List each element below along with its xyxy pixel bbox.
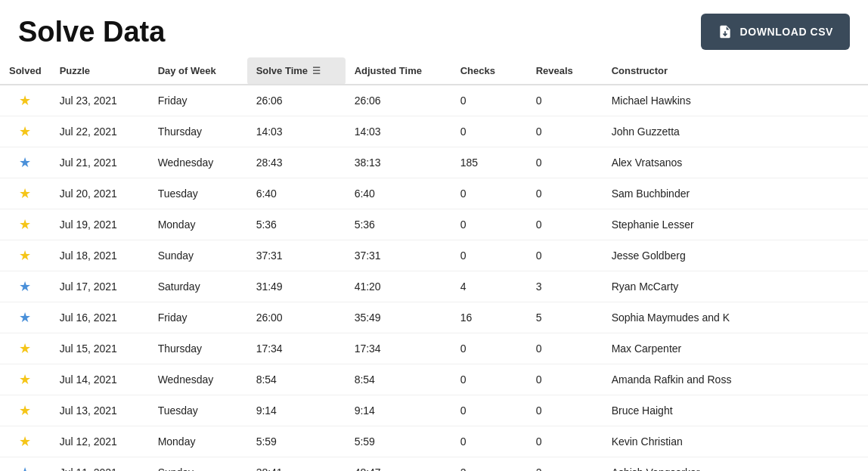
gold-star-icon: ★ — [19, 341, 31, 356]
col-header-constructor: Constructor — [603, 57, 868, 85]
solved-star: ★ — [0, 116, 51, 147]
constructor-name: Jesse Goldberg — [603, 240, 868, 271]
checks-count: 0 — [451, 116, 527, 147]
solved-star: ★ — [0, 240, 51, 271]
puzzle-date: Jul 23, 2021 — [51, 85, 149, 116]
adjusted-time: 37:31 — [346, 240, 451, 271]
solve-time: 5:59 — [247, 426, 346, 457]
puzzle-date: Jul 18, 2021 — [51, 240, 149, 271]
adjusted-time: 48:47 — [346, 457, 451, 472]
checks-count: 4 — [451, 271, 527, 302]
day-of-week: Sunday — [149, 457, 247, 472]
checks-count: 185 — [451, 147, 527, 178]
puzzle-date: Jul 11, 2021 — [51, 457, 149, 472]
reveals-count: 0 — [527, 333, 603, 364]
col-header-solve-time[interactable]: Solve Time ☰ — [247, 57, 346, 85]
solved-star: ★ — [0, 457, 51, 472]
page-title: Solve Data — [18, 16, 165, 48]
download-csv-button[interactable]: DOWNLOAD CSV — [701, 14, 850, 50]
solved-star: ★ — [0, 395, 51, 426]
table-body: ★Jul 23, 2021Friday26:0626:0600Michael H… — [0, 85, 868, 471]
puzzle-date: Jul 14, 2021 — [51, 364, 149, 395]
download-csv-label: DOWNLOAD CSV — [740, 26, 833, 38]
table-row: ★Jul 14, 2021Wednesday8:548:5400Amanda R… — [0, 364, 868, 395]
solved-star: ★ — [0, 209, 51, 240]
constructor-name: Max Carpenter — [603, 333, 868, 364]
day-of-week: Monday — [149, 209, 247, 240]
day-of-week: Friday — [149, 85, 247, 116]
checks-count: 0 — [451, 178, 527, 209]
table-row: ★Jul 22, 2021Thursday14:0314:0300John Gu… — [0, 116, 868, 147]
day-of-week: Wednesday — [149, 364, 247, 395]
adjusted-time: 9:14 — [346, 395, 451, 426]
reveals-count: 5 — [527, 302, 603, 333]
adjusted-time: 8:54 — [346, 364, 451, 395]
solved-star: ★ — [0, 147, 51, 178]
table-row: ★Jul 18, 2021Sunday37:3137:3100Jesse Gol… — [0, 240, 868, 271]
solve-time: 28:43 — [247, 147, 346, 178]
download-icon — [718, 24, 733, 39]
col-header-dow: Day of Week — [149, 57, 247, 85]
reveals-count: 0 — [527, 85, 603, 116]
constructor-name: Ryan McCarty — [603, 271, 868, 302]
puzzle-date: Jul 22, 2021 — [51, 116, 149, 147]
table-row: ★Jul 20, 2021Tuesday6:406:4000Sam Buchbi… — [0, 178, 868, 209]
constructor-name: Kevin Christian — [603, 426, 868, 457]
solve-time: 17:34 — [247, 333, 346, 364]
solve-data-table: Solved Puzzle Day of Week Solve Time ☰ A… — [0, 57, 868, 471]
day-of-week: Thursday — [149, 116, 247, 147]
constructor-name: Sam Buchbinder — [603, 178, 868, 209]
day-of-week: Friday — [149, 302, 247, 333]
day-of-week: Tuesday — [149, 395, 247, 426]
table-row: ★Jul 13, 2021Tuesday9:149:1400Bruce Haig… — [0, 395, 868, 426]
table-row: ★Jul 19, 2021Monday5:365:3600Stephanie L… — [0, 209, 868, 240]
reveals-count: 0 — [527, 364, 603, 395]
solved-star: ★ — [0, 333, 51, 364]
col-header-solved: Solved — [0, 57, 51, 85]
reveals-count: 0 — [527, 395, 603, 426]
blue-star-icon: ★ — [19, 465, 31, 471]
table-header: Solved Puzzle Day of Week Solve Time ☰ A… — [0, 57, 868, 85]
solve-time: 26:00 — [247, 302, 346, 333]
constructor-name: Michael Hawkins — [603, 85, 868, 116]
solved-star: ★ — [0, 85, 51, 116]
solve-time: 14:03 — [247, 116, 346, 147]
solve-time: 38:41 — [247, 457, 346, 472]
adjusted-time: 41:20 — [346, 271, 451, 302]
col-header-reveals: Reveals — [527, 57, 603, 85]
adjusted-time: 38:13 — [346, 147, 451, 178]
table-row: ★Jul 12, 2021Monday5:595:5900Kevin Chris… — [0, 426, 868, 457]
gold-star-icon: ★ — [19, 93, 31, 108]
gold-star-icon: ★ — [19, 403, 31, 418]
checks-count: 0 — [451, 240, 527, 271]
day-of-week: Monday — [149, 426, 247, 457]
reveals-count: 2 — [527, 457, 603, 472]
gold-star-icon: ★ — [19, 217, 31, 232]
puzzle-date: Jul 19, 2021 — [51, 209, 149, 240]
puzzle-date: Jul 12, 2021 — [51, 426, 149, 457]
adjusted-time: 35:49 — [346, 302, 451, 333]
puzzle-date: Jul 15, 2021 — [51, 333, 149, 364]
adjusted-time: 5:59 — [346, 426, 451, 457]
puzzle-date: Jul 13, 2021 — [51, 395, 149, 426]
puzzle-date: Jul 16, 2021 — [51, 302, 149, 333]
reveals-count: 0 — [527, 116, 603, 147]
blue-star-icon: ★ — [19, 310, 31, 325]
adjusted-time: 14:03 — [346, 116, 451, 147]
reveals-count: 0 — [527, 147, 603, 178]
checks-count: 0 — [451, 85, 527, 116]
solve-time: 37:31 — [247, 240, 346, 271]
col-header-puzzle: Puzzle — [51, 57, 149, 85]
checks-count: 0 — [451, 395, 527, 426]
gold-star-icon: ★ — [19, 186, 31, 201]
sort-icon: ☰ — [312, 66, 321, 76]
solved-star: ★ — [0, 426, 51, 457]
solved-star: ★ — [0, 302, 51, 333]
day-of-week: Sunday — [149, 240, 247, 271]
adjusted-time: 26:06 — [346, 85, 451, 116]
day-of-week: Tuesday — [149, 178, 247, 209]
constructor-name: Amanda Rafkin and Ross — [603, 364, 868, 395]
table-row: ★Jul 23, 2021Friday26:0626:0600Michael H… — [0, 85, 868, 116]
checks-count: 0 — [451, 333, 527, 364]
constructor-name: Bruce Haight — [603, 395, 868, 426]
